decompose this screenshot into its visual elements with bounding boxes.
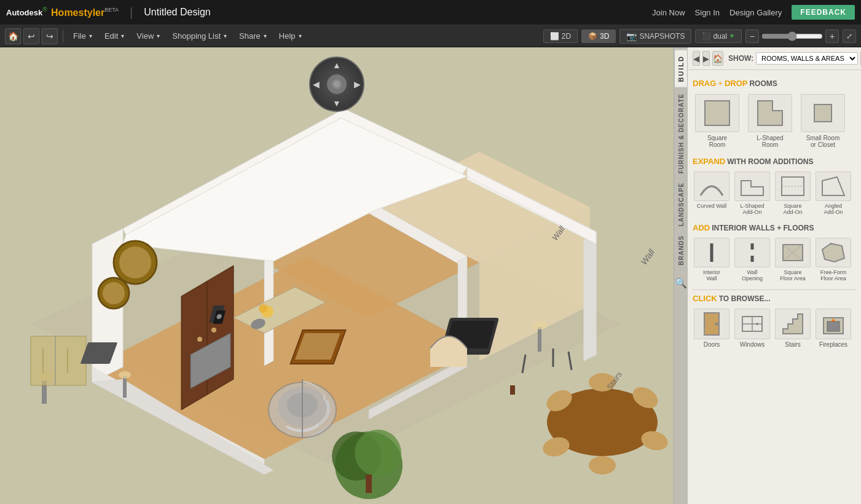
design-gallery-link[interactable]: Design Gallery xyxy=(729,8,782,17)
l-shaped-room-item[interactable]: L-ShapedRoom xyxy=(745,92,795,151)
view-3d-button[interactable]: 📦 3D xyxy=(581,30,616,43)
floorplan-svg: Wall Stairs xyxy=(0,47,674,504)
vertical-tabs-strip: BUILD FURNISH & DECORATE LANDSCAPE BRAND… xyxy=(674,47,688,504)
svg-point-33 xyxy=(197,337,202,342)
drag-text: DRAG xyxy=(693,79,716,88)
angled-addon-item[interactable]: AngledAdd-On xyxy=(814,170,852,217)
top-nav-area: Join Now Sign In Design Gallery FEEDBACK xyxy=(652,5,855,20)
view-2d-button[interactable]: ⬜ 2D xyxy=(543,30,578,43)
nav-up-arrow[interactable]: ▲ xyxy=(332,60,341,70)
show-select[interactable]: ROOMS, WALLS & AREAS ROOMS ONLY WALLS ON… xyxy=(756,52,858,65)
interior-wall-icon xyxy=(694,238,729,267)
stairs-icon xyxy=(775,309,811,339)
build-tab[interactable]: BUILD xyxy=(674,50,688,88)
square-room-item[interactable]: SquareRoom xyxy=(693,92,742,151)
svg-rect-27 xyxy=(31,336,86,385)
main-area: ▲ ◀ ▶ ▼ xyxy=(0,47,861,504)
undo-button[interactable]: ↩ xyxy=(23,28,39,44)
expand-text: EXPAND xyxy=(693,157,725,166)
square-room-icon xyxy=(695,94,739,132)
l-shaped-addon-item[interactable]: L-ShapedAdd-On xyxy=(733,170,771,217)
zoom-in-button[interactable]: + xyxy=(825,30,839,43)
autodesk-logo: Autodesk® HomestylerBETA xyxy=(6,6,119,18)
svg-point-93 xyxy=(756,323,758,325)
svg-point-66 xyxy=(532,321,547,329)
canvas-area[interactable]: ▲ ◀ ▶ ▼ xyxy=(0,47,674,504)
help-menu[interactable]: Help▾ xyxy=(274,30,307,42)
svg-point-48 xyxy=(355,430,401,476)
brands-tab[interactable]: BRANDS xyxy=(676,232,686,269)
fullscreen-button[interactable]: ⤢ xyxy=(843,30,856,43)
furnish-tab[interactable]: FURNISH & DECORATE xyxy=(676,90,686,178)
with-room-text: WITH ROOM ADDITIONS xyxy=(727,157,813,166)
share-menu[interactable]: Share▾ xyxy=(234,30,272,42)
browse-grid: Doors Windows xyxy=(693,307,856,350)
panel-forward-button[interactable]: ▶ xyxy=(702,51,710,66)
square-floor-item[interactable]: SquareFloor Area xyxy=(774,236,812,283)
panel-back-button[interactable]: ◀ xyxy=(693,51,700,66)
svg-rect-74 xyxy=(705,101,729,125)
fireplaces-item[interactable]: Fireplaces xyxy=(814,307,852,350)
view-menu[interactable]: View▾ xyxy=(132,30,165,42)
zoom-out-button[interactable]: − xyxy=(745,30,759,43)
l-shaped-room-label: L-ShapedRoom xyxy=(757,135,783,148)
small-room-icon xyxy=(801,94,845,132)
svg-rect-65 xyxy=(538,327,541,352)
l-addon-label: L-ShapedAdd-On xyxy=(740,203,764,215)
windows-item[interactable]: Windows xyxy=(733,307,771,350)
plus-text: + xyxy=(718,79,723,88)
home-button[interactable]: 🏠 xyxy=(5,28,21,44)
nav-right-arrow[interactable]: ▶ xyxy=(354,79,361,89)
snapshots-button[interactable]: 📷 SNAPSHOTS xyxy=(619,29,691,44)
stairs-item[interactable]: Stairs xyxy=(774,307,812,350)
freeform-floor-item[interactable]: Free-FormFloor Area xyxy=(814,236,852,283)
square-room-label: SquareRoom xyxy=(707,135,727,148)
dual-button[interactable]: ⬛ dual ▼ xyxy=(695,30,742,43)
drag-drop-header: DRAG + DROP ROOMS xyxy=(693,79,856,88)
wall-opening-icon xyxy=(734,238,770,267)
small-room-item[interactable]: Small Roomor Closet xyxy=(798,92,847,151)
panel-home-button[interactable]: 🏠 xyxy=(712,51,723,66)
nav-down-arrow[interactable]: ▼ xyxy=(332,98,341,108)
search-icon[interactable]: 🔍 xyxy=(672,274,690,293)
shopping-list-menu[interactable]: Shopping List▾ xyxy=(167,30,232,42)
logo-divider: | xyxy=(130,6,133,20)
interior-wall-label: InteriorWall xyxy=(703,269,720,282)
file-menu[interactable]: File▾ xyxy=(68,30,97,42)
ang-addon-label: AngledAdd-On xyxy=(824,203,843,215)
svg-marker-80 xyxy=(822,177,844,195)
svg-point-24 xyxy=(103,282,125,304)
add-text: ADD xyxy=(693,223,710,232)
nav-center[interactable] xyxy=(327,74,347,94)
l-shaped-room-icon xyxy=(748,94,792,132)
feedback-button[interactable]: FEEDBACK xyxy=(792,5,855,20)
wall-opening-item[interactable]: WallOpening xyxy=(733,236,771,283)
svg-marker-77 xyxy=(741,181,763,195)
interior-items-grid: InteriorWall WallOpening xyxy=(693,236,856,283)
fireplaces-label: Fireplaces xyxy=(819,341,847,348)
toolbar: 🏠 ↩ ↪ File▾ Edit▾ View▾ Shopping List▾ S… xyxy=(0,25,861,47)
nav-left-arrow[interactable]: ◀ xyxy=(313,79,320,89)
nav-ring: ▲ ◀ ▶ ▼ xyxy=(309,57,364,112)
sign-in-link[interactable]: Sign In xyxy=(695,8,720,17)
square-floor-icon xyxy=(775,238,811,267)
click-text: CLICK xyxy=(693,294,717,303)
edit-menu[interactable]: Edit▾ xyxy=(100,30,129,42)
svg-rect-64 xyxy=(430,348,467,367)
freeform-floor-icon xyxy=(816,238,851,267)
redo-button[interactable]: ↪ xyxy=(42,28,58,44)
angled-addon-icon xyxy=(816,171,851,201)
right-outer-panel: BUILD FURNISH & DECORATE LANDSCAPE BRAND… xyxy=(674,47,861,504)
join-now-link[interactable]: Join Now xyxy=(652,8,685,17)
browse-header: CLICK TO BROWSE... xyxy=(693,294,856,303)
curved-wall-item[interactable]: Curved Wall xyxy=(693,170,731,217)
ff-floor-label: Free-FormFloor Area xyxy=(820,269,847,282)
svg-rect-99 xyxy=(827,321,839,331)
interior-wall-item[interactable]: InteriorWall xyxy=(693,236,731,283)
svg-rect-70 xyxy=(123,376,127,398)
landscape-tab[interactable]: LANDSCAPE xyxy=(676,179,686,230)
square-addon-item[interactable]: SquareAdd-On xyxy=(774,170,812,217)
doors-item[interactable]: Doors xyxy=(693,307,731,350)
panel-main: ◀ ▶ 🏠 SHOW: ROOMS, WALLS & AREAS ROOMS O… xyxy=(688,47,861,504)
zoom-slider[interactable] xyxy=(761,31,823,41)
